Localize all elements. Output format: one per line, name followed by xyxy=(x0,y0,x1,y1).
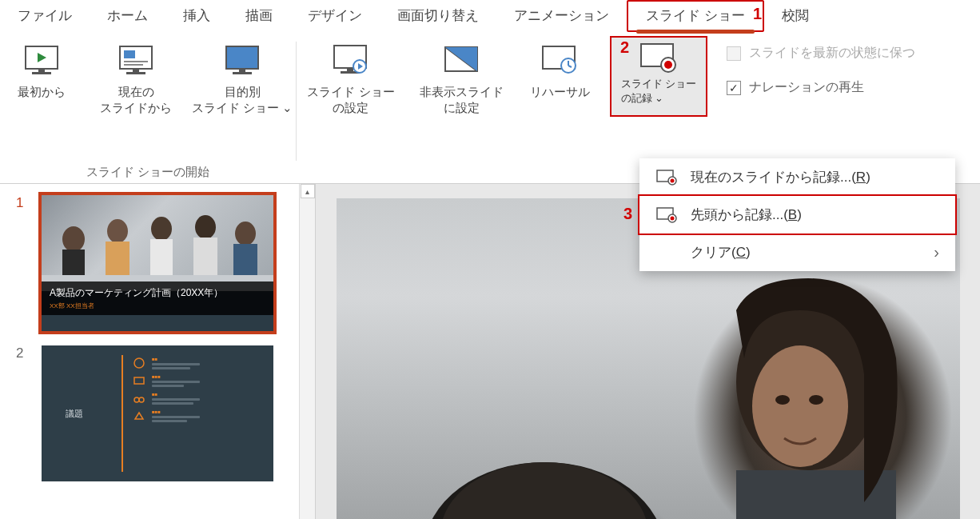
menu-label: 先頭から記録...(B) xyxy=(691,206,802,224)
setup-icon xyxy=(332,41,370,79)
ribbon-group-title: スライド ショーの開始 xyxy=(6,160,289,183)
menu-record-from-current[interactable]: 現在のスライドから記録...(R) xyxy=(639,158,955,196)
chk-label: ナレーションの再生 xyxy=(749,79,864,96)
svg-point-30 xyxy=(671,178,675,182)
svg-point-47 xyxy=(134,397,139,402)
thumb-title: A製品のマーケティング計画（20XX年） xyxy=(50,286,265,300)
thumb-number: 2 xyxy=(16,345,30,361)
people-illustration-icon xyxy=(42,195,273,291)
ribbon-group-start: 最初から 現在の スライドから xyxy=(0,32,296,183)
bullet-icon xyxy=(133,357,145,369)
record-icon xyxy=(655,169,678,186)
tab-animations[interactable]: アニメーション xyxy=(496,0,627,32)
svg-rect-41 xyxy=(193,238,217,277)
menu-label: 現在のスライドから記録...(R) xyxy=(691,168,870,186)
menu-record-from-beginning[interactable]: 先頭から記録...(B) xyxy=(638,194,957,235)
btn-custom-slideshow[interactable]: 目的別 スライド ショー ⌄ xyxy=(190,36,294,117)
svg-point-36 xyxy=(107,219,128,243)
btn-label: 目的別 スライド ショー ⌄ xyxy=(192,84,293,117)
svg-rect-14 xyxy=(347,68,353,71)
thumb-item-1[interactable]: 1 xyxy=(0,190,315,341)
checkbox-icon: ✓ xyxy=(727,81,741,95)
svg-rect-9 xyxy=(126,72,145,74)
chk-label: スライドを最新の状態に保つ xyxy=(749,45,915,62)
tab-home[interactable]: ホーム xyxy=(90,0,165,32)
btn-label: スライド ショー の記録 ⌄ xyxy=(621,77,697,106)
scroll-up-icon[interactable]: ▴ xyxy=(301,184,315,198)
svg-point-48 xyxy=(139,397,144,402)
thumb-number: 1 xyxy=(16,195,30,211)
tab-transitions[interactable]: 画面切り替え xyxy=(380,0,496,32)
hide-slide-icon xyxy=(442,41,480,79)
record-dropdown: 現在のスライドから記録...(R) 先頭から記録...(B) クリア(C) › xyxy=(639,158,955,271)
checkbox-icon xyxy=(727,46,741,61)
callout-3: 3 xyxy=(623,205,632,223)
ribbon-tabs: ファイル ホーム 挿入 描画 デザイン 画面切り替え アニメーション スライド … xyxy=(0,0,980,32)
chk-play-narration[interactable]: ✓ ナレーションの再生 xyxy=(727,79,915,96)
play-from-current-icon xyxy=(117,41,155,79)
svg-rect-43 xyxy=(233,244,257,279)
chevron-down-icon: ⌄ xyxy=(282,101,293,114)
play-from-start-icon xyxy=(22,41,61,79)
svg-point-50 xyxy=(752,345,848,467)
btn-setup-slideshow[interactable]: スライド ショー の設定 xyxy=(303,36,399,117)
thumb-subtitle: XX部 XX担当者 xyxy=(50,301,265,310)
chk-keep-up-to-date[interactable]: スライドを最新の状態に保つ xyxy=(727,45,915,62)
thumb-item-2[interactable]: 2 議題 ■■ ■■■ ■■ ■■■ xyxy=(0,341,315,491)
svg-point-51 xyxy=(775,395,790,405)
btn-label: 非表示スライド に設定 xyxy=(420,84,504,117)
slide-thumb[interactable]: 議題 ■■ ■■■ ■■ ■■■ xyxy=(42,345,273,481)
btn-hide-slide[interactable]: 非表示スライド に設定 xyxy=(413,36,509,117)
bullet-icon xyxy=(133,409,145,422)
svg-rect-12 xyxy=(233,72,252,74)
thumb-side-label: 議題 xyxy=(66,408,83,420)
record-icon xyxy=(655,206,678,224)
rehearse-icon xyxy=(540,41,579,79)
thumb-bg xyxy=(42,195,273,289)
svg-rect-5 xyxy=(124,50,135,58)
tab-draw[interactable]: 描画 xyxy=(228,0,290,32)
bullet-icon xyxy=(133,392,145,405)
btn-from-current[interactable]: 現在の スライドから xyxy=(96,36,176,117)
svg-point-38 xyxy=(151,217,172,241)
svg-point-33 xyxy=(671,216,675,220)
svg-point-52 xyxy=(809,395,823,405)
btn-label: リハーサル xyxy=(530,84,590,100)
blank-icon xyxy=(655,244,678,261)
svg-point-55 xyxy=(440,462,648,519)
btn-rehearse[interactable]: リハーサル xyxy=(524,36,596,117)
svg-point-40 xyxy=(195,215,216,239)
svg-rect-11 xyxy=(239,69,245,72)
svg-rect-7 xyxy=(124,64,143,66)
chevron-right-icon: › xyxy=(934,243,939,261)
callout-1: 1 xyxy=(753,5,762,23)
btn-from-beginning[interactable]: 最初から xyxy=(2,36,82,117)
btn-label: スライド ショー の設定 xyxy=(307,84,394,117)
svg-point-34 xyxy=(62,226,85,252)
svg-point-45 xyxy=(134,358,144,368)
chevron-down-icon: ⌄ xyxy=(655,92,663,104)
svg-rect-46 xyxy=(134,377,144,384)
callout-2: 2 xyxy=(620,38,629,57)
tab-design[interactable]: デザイン xyxy=(290,0,380,32)
svg-point-42 xyxy=(235,222,256,246)
svg-rect-1 xyxy=(38,69,45,72)
custom-slideshow-icon xyxy=(223,41,261,79)
svg-rect-6 xyxy=(124,61,148,62)
slide-thumb[interactable]: A製品のマーケティング計画（20XX年） XX部 XX担当者 xyxy=(42,195,273,331)
svg-rect-39 xyxy=(150,239,173,277)
tab-slideshow[interactable]: スライド ショー xyxy=(627,0,764,32)
thumb-title-bar: A製品のマーケティング計画（20XX年） XX部 XX担当者 xyxy=(42,281,273,315)
menu-clear[interactable]: クリア(C) › xyxy=(639,234,955,271)
svg-rect-2 xyxy=(32,72,51,74)
tab-file[interactable]: ファイル xyxy=(0,0,90,32)
bullet-icon xyxy=(133,374,145,387)
agenda-rows: ■■ ■■■ ■■ ■■■ xyxy=(133,357,200,422)
divider xyxy=(122,355,123,472)
svg-rect-10 xyxy=(226,46,258,69)
tab-review[interactable]: 校閲 xyxy=(764,0,827,32)
record-icon xyxy=(639,42,678,77)
tab-insert[interactable]: 挿入 xyxy=(165,0,228,32)
svg-rect-37 xyxy=(106,242,129,278)
thumb-scrollbar[interactable]: ▴ xyxy=(299,184,315,519)
